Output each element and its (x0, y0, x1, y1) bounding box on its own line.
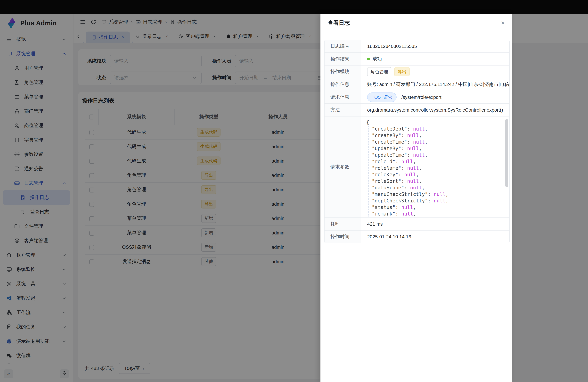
app-window: Plus Admin 概览系统管理用户管理角色管理菜单管理部门管理岗位管理字典管… (0, 14, 588, 382)
module-tag: 角色管理 (367, 67, 391, 76)
detail-label: 请求信息 (325, 91, 361, 104)
success-dot-icon (367, 58, 370, 60)
code-line: "roleId": null, (366, 158, 502, 165)
top-black-bar (0, 0, 588, 14)
detail-label: 操作信息 (325, 78, 361, 91)
indent-guide (368, 126, 369, 216)
status-text: 成功 (372, 56, 382, 62)
view-log-drawer: 查看日志 × 日志编号1882612840802115585操作结果成功操作模块… (320, 14, 512, 382)
code-scrollbar[interactable] (505, 119, 508, 215)
code-line: "menuCheckStrictly": null, (366, 191, 502, 197)
code-line: "createTime": null, (366, 139, 502, 145)
code-line: "createDept": null, (366, 126, 502, 132)
close-icon[interactable]: × (501, 20, 505, 26)
detail-label: 耗时 (325, 218, 361, 230)
code-line: "dataScope": null, (366, 185, 502, 191)
code-line: "createBy": null, (366, 132, 502, 139)
post-request-tag: POST请求 (367, 92, 397, 102)
detail-value: 2025-01-24 10:14:13 (361, 231, 509, 243)
detail-label: 操作结果 (325, 53, 361, 65)
code-line: "updateBy": null, (366, 145, 502, 152)
detail-label: 操作模块 (325, 65, 361, 78)
code-line: "deptCheckStrictly": null, (366, 197, 502, 204)
code-line: "status": null, (366, 204, 502, 211)
detail-label: 请求参数 (325, 116, 361, 217)
module-tag: 导出 (394, 67, 410, 76)
detail-value: {"createDept": null,"createBy": null,"cr… (361, 116, 509, 217)
detail-row-日志编号: 日志编号1882612840802115585 (325, 40, 509, 53)
code-line: "roleSort": null, (366, 178, 502, 185)
detail-value: 角色管理导出 (361, 65, 509, 78)
detail-label: 日志编号 (325, 40, 361, 52)
detail-row-请求参数: 请求参数{"createDept": null,"createBy": null… (325, 116, 509, 218)
code-line: "updateTime": null, (366, 152, 502, 158)
detail-value: 421 ms (361, 218, 509, 230)
drawer-header: 查看日志 × (320, 14, 512, 32)
code-line: "remark": null, (366, 211, 502, 217)
detail-row-方法: 方法org.dromara.system.controller.system.S… (325, 104, 509, 116)
detail-value: 成功 (361, 53, 509, 65)
detail-row-操作时间: 操作时间2025-01-24 10:14:13 (325, 231, 509, 243)
detail-label: 方法 (325, 104, 361, 116)
request-params-json[interactable]: {"createDept": null,"createBy": null,"cr… (361, 116, 509, 217)
screen: Plus Admin 概览系统管理用户管理角色管理菜单管理部门管理岗位管理字典管… (0, 0, 588, 382)
code-line: "roleName": null, (366, 165, 502, 171)
detail-value: 账号: admin / 研发部门 / 222.175.114.242 / 中国|… (361, 78, 509, 91)
detail-row-耗时: 耗时421 ms (325, 218, 509, 231)
code-line: "roleKey": null, (366, 171, 502, 178)
drawer-title: 查看日志 (328, 19, 350, 27)
detail-label: 操作时间 (325, 231, 361, 243)
detail-value: org.dromara.system.controller.system.Sys… (361, 104, 509, 116)
detail-row-操作结果: 操作结果成功 (325, 53, 509, 65)
detail-row-操作信息: 操作信息账号: admin / 研发部门 / 222.175.114.242 /… (325, 78, 509, 91)
code-line: { (366, 119, 502, 126)
detail-row-操作模块: 操作模块角色管理导出 (325, 65, 509, 78)
request-path: /system/role/export (401, 95, 441, 100)
detail-value: POST请求/system/role/export (361, 91, 509, 104)
log-detail-table: 日志编号1882612840802115585操作结果成功操作模块角色管理导出操… (324, 40, 510, 243)
scrollbar-thumb[interactable] (505, 119, 508, 187)
detail-value: 1882612840802115585 (361, 40, 509, 52)
detail-row-请求信息: 请求信息POST请求/system/role/export (325, 91, 509, 104)
